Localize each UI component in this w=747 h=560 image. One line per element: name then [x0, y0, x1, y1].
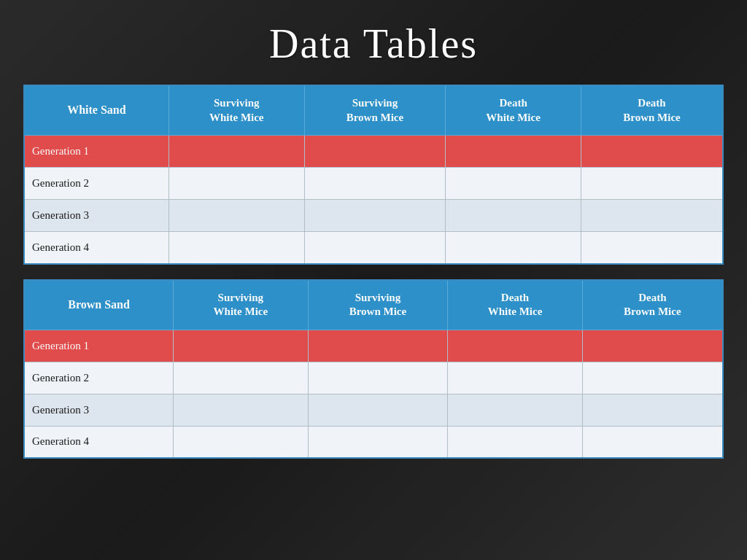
tables-container: White Sand SurvivingWhite Mice Surviving…	[23, 85, 724, 459]
cell	[581, 232, 723, 264]
table-row: Generation 3	[24, 394, 723, 426]
cell	[581, 168, 723, 200]
table-row: Generation 4	[24, 426, 723, 458]
col-header-death-brown: DeathBrown Mice	[581, 85, 723, 136]
row-label-gen4-2: Generation 4	[24, 426, 174, 458]
col-header-surviving-brown: SurvivingBrown Mice	[304, 85, 445, 136]
row-label-gen2-2: Generation 2	[24, 362, 174, 394]
cell	[446, 168, 581, 200]
cell	[304, 168, 445, 200]
cell	[308, 362, 448, 394]
col-header-death-white: DeathWhite Mice	[446, 85, 581, 136]
col-header-death-white-2: DeathWhite Mice	[448, 280, 582, 330]
cell	[582, 362, 723, 394]
cell	[448, 330, 582, 362]
row-label-gen4: Generation 4	[24, 232, 169, 264]
row-label-gen1-2: Generation 1	[24, 330, 174, 362]
cell	[582, 426, 723, 458]
cell	[581, 136, 723, 168]
row-label-gen3-2: Generation 3	[24, 394, 174, 426]
cell	[169, 136, 304, 168]
cell	[304, 232, 445, 264]
cell	[446, 200, 581, 232]
cell	[169, 168, 304, 200]
cell	[446, 232, 581, 264]
brown-sand-table: Brown Sand SurvivingWhite Mice Surviving…	[23, 279, 724, 459]
cell	[174, 426, 308, 458]
cell	[308, 426, 448, 458]
cell	[448, 394, 582, 426]
col-header-surviving-white: SurvivingWhite Mice	[169, 85, 304, 136]
cell	[448, 426, 582, 458]
table-row: Generation 2	[24, 362, 723, 394]
table-row: Generation 1	[24, 136, 723, 168]
col-header-surviving-white-2: SurvivingWhite Mice	[174, 280, 308, 330]
cell	[582, 394, 723, 426]
cell	[174, 394, 308, 426]
col-header-death-brown-2: DeathBrown Mice	[582, 280, 723, 330]
cell	[304, 136, 445, 168]
row-label-gen2: Generation 2	[24, 168, 169, 200]
cell	[582, 330, 723, 362]
row-label-gen1: Generation 1	[24, 136, 169, 168]
cell	[308, 394, 448, 426]
table-row: Generation 3	[24, 200, 723, 232]
cell	[308, 330, 448, 362]
cell	[174, 362, 308, 394]
table-row: Generation 2	[24, 168, 723, 200]
cell	[448, 362, 582, 394]
cell	[169, 232, 304, 264]
table-row: Generation 1	[24, 330, 723, 362]
col-header-surviving-brown-2: SurvivingBrown Mice	[308, 280, 448, 330]
white-sand-table: White Sand SurvivingWhite Mice Surviving…	[23, 85, 724, 265]
cell	[169, 200, 304, 232]
cell	[581, 200, 723, 232]
white-sand-header: White Sand	[24, 85, 169, 136]
cell	[446, 136, 581, 168]
row-label-gen3: Generation 3	[24, 200, 169, 232]
table-row: Generation 4	[24, 232, 723, 264]
page-title: Data Tables	[269, 20, 478, 67]
brown-sand-header: Brown Sand	[24, 280, 174, 330]
cell	[304, 200, 445, 232]
cell	[174, 330, 308, 362]
